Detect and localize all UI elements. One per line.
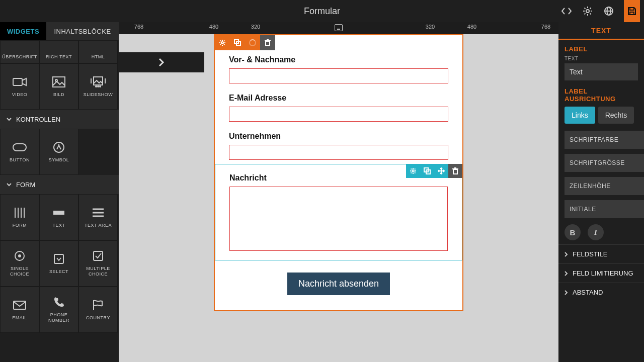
section-label: FORM (16, 181, 35, 189)
section-label: ABSTAND (573, 289, 603, 296)
gear-icon[interactable] (582, 5, 594, 17)
field-delete-icon[interactable] (448, 164, 462, 178)
field-textarea[interactable] (229, 187, 448, 251)
svg-rect-29 (94, 251, 103, 260)
widget-label: TEXT (52, 223, 65, 228)
block-delete-icon[interactable] (260, 35, 275, 50)
label-text-input[interactable] (565, 63, 638, 80)
block-loading-icon[interactable] (245, 35, 260, 50)
field-label: Vor- & Nachname (229, 55, 448, 64)
widget-heading[interactable]: ÜBERSCHRIFT (0, 40, 39, 63)
svg-point-13 (96, 86, 97, 87)
topbar: Formular (0, 0, 644, 22)
widget-video[interactable]: VIDEO (0, 63, 39, 110)
widget-button[interactable]: BUTTON (0, 129, 39, 175)
widget-slideshow[interactable]: SLIDESHOW (78, 63, 118, 110)
section-controls[interactable]: KONTROLLEN (0, 110, 119, 129)
svg-rect-22 (53, 211, 64, 215)
submit-row: Nachricht absenden (229, 260, 448, 305)
code-icon[interactable] (560, 5, 573, 17)
field-duplicate-icon[interactable] (420, 164, 434, 178)
canvas[interactable]: 768 480 320 320 480 768 Vor- & Nachname (119, 22, 558, 362)
widget-html[interactable]: HTML (78, 40, 118, 63)
app-title: Formular (304, 6, 340, 17)
svg-rect-8 (53, 77, 65, 87)
widget-email[interactable]: EMAIL (0, 287, 39, 333)
section-form[interactable]: FORM (0, 175, 119, 194)
field-input[interactable] (229, 107, 448, 122)
svg-point-32 (221, 42, 223, 44)
section-spacing[interactable]: ABSTAND (558, 283, 644, 302)
align-left-button[interactable]: Links (565, 107, 595, 124)
checkbox-icon (91, 250, 106, 262)
form-page[interactable]: Vor- & Nachname E-Mail Adresse Unternehm… (214, 34, 463, 311)
widget-textarea[interactable]: TEXT AREA (78, 194, 118, 240)
widget-richtext[interactable]: RICH TEXT (39, 40, 78, 63)
panel-font-color[interactable]: SCHRIFTFARBE (565, 131, 644, 149)
field-company[interactable]: Unternehmen (229, 132, 448, 160)
widget-text[interactable]: TEXT (39, 194, 78, 240)
section-field-styles[interactable]: FELDSTILE (558, 244, 644, 263)
field-label: E-Mail Adresse (229, 94, 448, 103)
panel-font-size[interactable]: SCHRIFTGRÖSSE (565, 154, 644, 172)
button-icon (12, 141, 27, 153)
svg-point-38 (412, 170, 414, 172)
save-icon[interactable] (624, 0, 640, 22)
widget-label: BUTTON (10, 157, 30, 163)
next-arrow[interactable] (119, 52, 204, 72)
ruler-mark: 768 (134, 24, 143, 30)
ruler-mark: 480 (467, 24, 476, 30)
italic-button[interactable]: I (588, 224, 604, 240)
field-input[interactable] (229, 68, 448, 83)
block-settings-icon[interactable] (215, 35, 230, 50)
align-heading: LABEL AUSRICHTUNG (565, 87, 638, 103)
chevron-down-icon (6, 116, 12, 122)
widget-form[interactable]: FORM (0, 194, 39, 240)
widget-multiple-choice[interactable]: MULTIPLE CHOICE (78, 240, 118, 287)
widget-single-choice[interactable]: SINGLE CHOICE (0, 240, 39, 287)
field-move-icon[interactable] (434, 164, 448, 178)
field-name[interactable]: Vor- & Nachname (229, 55, 448, 83)
left-tabs: WIDGETS INHALTSBLÖCKE (0, 22, 119, 40)
widget-phone[interactable]: PHONE NUMBER (39, 287, 78, 333)
text-sublabel: TEXT (565, 56, 638, 61)
svg-rect-43 (453, 169, 457, 174)
widget-label: MULTIPLE CHOICE (79, 266, 117, 277)
field-message-selected[interactable]: Nachricht (215, 164, 462, 260)
svg-rect-28 (54, 254, 63, 263)
form-icon (12, 207, 27, 219)
submit-button[interactable]: Nachricht absenden (287, 273, 390, 295)
tab-widgets[interactable]: WIDGETS (0, 22, 46, 40)
panel-initial[interactable]: INITIALE (565, 200, 644, 218)
tab-content-blocks[interactable]: INHALTSBLÖCKE (46, 22, 119, 40)
align-right-button[interactable]: Rechts (598, 107, 634, 124)
slideshow-icon (91, 76, 106, 88)
widget-label: PHONE NUMBER (40, 312, 78, 323)
field-toolbar (406, 164, 462, 178)
section-label: FELD LIMITIERUNG (573, 269, 633, 277)
field-email[interactable]: E-Mail Adresse (229, 94, 448, 122)
globe-icon[interactable] (603, 5, 615, 17)
ruler-mark: 320 (251, 24, 260, 30)
widget-label: RICH TEXT (46, 54, 72, 60)
right-sidebar: TEXT LABEL TEXT LABEL AUSRICHTUNG Links … (558, 22, 644, 362)
section-field-limit[interactable]: FELD LIMITIERUNG (558, 263, 644, 283)
block-duplicate-icon[interactable] (230, 35, 245, 50)
bold-button[interactable]: B (565, 224, 581, 240)
block-toolbar (215, 35, 275, 50)
panel-line-height[interactable]: ZEILENHÖHE (565, 177, 644, 195)
widget-label: BILD (53, 92, 64, 98)
device-icon[interactable] (335, 24, 343, 31)
field-input[interactable] (229, 145, 448, 160)
widget-country[interactable]: COUNTRY (78, 287, 118, 333)
widget-symbol[interactable]: SYMBOL (39, 129, 78, 175)
widget-image[interactable]: BILD (39, 63, 78, 110)
form-block[interactable]: Vor- & Nachname E-Mail Adresse Unternehm… (214, 34, 463, 311)
chevron-right-icon (564, 290, 569, 295)
svg-point-0 (586, 10, 589, 13)
tab-text[interactable]: TEXT (558, 22, 644, 40)
chevron-right-icon (564, 271, 569, 276)
chevron-down-icon (6, 182, 12, 188)
field-settings-icon[interactable] (406, 164, 420, 178)
widget-select[interactable]: SELECT (39, 240, 78, 287)
